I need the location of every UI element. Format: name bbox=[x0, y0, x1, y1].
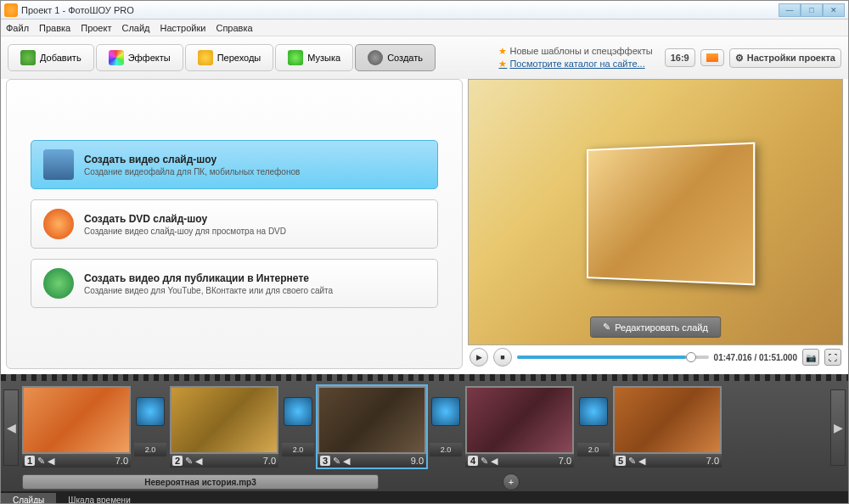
playback-time: 01:47.016 / 01:51.000 bbox=[714, 353, 797, 362]
info-templates: ★Новые шаблоны и спецэффекты bbox=[498, 46, 652, 57]
menu-file[interactable]: Файл bbox=[6, 23, 29, 33]
option-desc: Создание видео для YouTube, ВКонтакте ил… bbox=[84, 286, 333, 295]
edit-icon[interactable]: ✎ bbox=[481, 456, 488, 467]
timeline-slide[interactable]: 1✎◀7.0 bbox=[22, 386, 131, 468]
project-settings-label: Настройки проекта bbox=[747, 53, 835, 63]
add-audio-button[interactable]: + bbox=[503, 473, 520, 490]
slide-thumb bbox=[465, 386, 574, 454]
globe-icon bbox=[43, 268, 74, 299]
dvd-icon bbox=[43, 209, 74, 239]
option-video-slideshow[interactable]: Создать видео слайд-шоу Создание видеофа… bbox=[31, 140, 438, 189]
right-tools: ★Новые шаблоны и спецэффекты ★Посмотрите… bbox=[498, 46, 841, 70]
timeline-next-button[interactable]: ▶ bbox=[830, 389, 846, 466]
slide-number: 2 bbox=[172, 456, 183, 466]
star-icon bbox=[198, 50, 213, 65]
close-button[interactable]: ✕ bbox=[823, 3, 845, 17]
transition[interactable]: 2.0 bbox=[577, 397, 610, 456]
palette-icon bbox=[109, 50, 124, 65]
tab-music[interactable]: Музыка bbox=[275, 44, 353, 71]
star-icon: ★ bbox=[498, 59, 507, 69]
transition-duration: 2.0 bbox=[430, 443, 462, 456]
tab-add-label: Добавить bbox=[40, 53, 82, 63]
nav-icon[interactable]: ◀ bbox=[491, 456, 498, 467]
toolbar: Добавить Эффекты Переходы Музыка Создать… bbox=[1, 36, 848, 79]
seek-slider[interactable] bbox=[517, 356, 709, 359]
reel-icon bbox=[368, 50, 383, 65]
transition-thumb bbox=[136, 397, 165, 426]
theme-button[interactable] bbox=[700, 49, 724, 66]
film-strip-top bbox=[1, 374, 848, 381]
monitor-icon bbox=[43, 149, 74, 180]
timeline-slide[interactable]: 4✎◀7.0 bbox=[465, 386, 574, 468]
nav-icon[interactable]: ◀ bbox=[343, 456, 350, 467]
option-title: Создать видео слайд-шоу bbox=[84, 154, 300, 165]
menu-edit[interactable]: Правка bbox=[39, 23, 70, 33]
option-title: Создать видео для публикации в Интернете bbox=[84, 272, 333, 284]
main-tabs: Добавить Эффекты Переходы Музыка Создать bbox=[8, 44, 436, 71]
slide-thumb bbox=[613, 386, 722, 454]
view-slides-tab[interactable]: Слайды bbox=[1, 493, 56, 505]
timeline-slide[interactable]: 5✎◀7.0 bbox=[613, 386, 722, 468]
slide-duration: 7.0 bbox=[706, 456, 719, 466]
tab-effects[interactable]: Эффекты bbox=[96, 44, 183, 71]
edit-icon[interactable]: ✎ bbox=[333, 456, 340, 467]
option-desc: Создание видео слайд-шоу для просмотра н… bbox=[84, 227, 286, 236]
info-line2: Посмотрите каталог на сайте... bbox=[509, 59, 644, 69]
titlebar: Проект 1 - ФотоШОУ PRO — □ ✕ bbox=[1, 1, 848, 20]
tab-transitions-label: Переходы bbox=[217, 53, 261, 63]
preview-viewport[interactable]: ✎Редактировать слайд bbox=[468, 79, 843, 345]
minimize-button[interactable]: — bbox=[779, 3, 801, 17]
option-internet-video[interactable]: Создать видео для публикации в Интернете… bbox=[31, 259, 438, 308]
timeline-slide[interactable]: 3✎◀9.0 bbox=[318, 386, 426, 468]
transition[interactable]: 2.0 bbox=[282, 397, 314, 456]
menu-project[interactable]: Проект bbox=[81, 23, 111, 33]
view-timeline-tab[interactable]: Шкала времени bbox=[56, 493, 142, 505]
transition-duration: 2.0 bbox=[282, 443, 314, 456]
tab-create[interactable]: Создать bbox=[355, 44, 436, 71]
info-links: ★Новые шаблоны и спецэффекты ★Посмотрите… bbox=[498, 46, 652, 70]
nav-icon[interactable]: ◀ bbox=[638, 456, 645, 467]
slide-duration: 7.0 bbox=[559, 456, 571, 466]
menu-settings[interactable]: Настройки bbox=[160, 23, 206, 33]
maximize-button[interactable]: □ bbox=[801, 3, 823, 17]
edit-slide-button[interactable]: ✎Редактировать слайд bbox=[590, 316, 721, 338]
project-settings-button[interactable]: ⚙Настройки проекта bbox=[729, 48, 841, 68]
slide-number: 4 bbox=[468, 456, 478, 466]
transition-thumb bbox=[579, 397, 608, 426]
audio-clip[interactable]: Невероятная история.mp3 bbox=[22, 474, 379, 490]
stop-button[interactable]: ■ bbox=[493, 348, 512, 367]
tab-effects-label: Эффекты bbox=[128, 53, 171, 63]
edit-icon[interactable]: ✎ bbox=[185, 456, 193, 467]
transition[interactable]: 2.0 bbox=[430, 397, 462, 456]
tab-add[interactable]: Добавить bbox=[8, 44, 94, 71]
transition-thumb bbox=[431, 397, 460, 426]
transition[interactable]: 2.0 bbox=[134, 397, 166, 456]
edit-icon[interactable]: ✎ bbox=[628, 456, 636, 467]
play-button[interactable]: ▶ bbox=[469, 348, 488, 367]
timeline-prev-button[interactable]: ◀ bbox=[3, 389, 19, 466]
pencil-icon: ✎ bbox=[603, 322, 610, 333]
nav-icon[interactable]: ◀ bbox=[195, 456, 202, 467]
aspect-ratio-button[interactable]: 16:9 bbox=[665, 48, 695, 67]
info-catalog-link[interactable]: ★Посмотрите каталог на сайте... bbox=[498, 59, 652, 70]
star-icon: ★ bbox=[498, 46, 507, 56]
transition-duration: 2.0 bbox=[577, 443, 610, 456]
snapshot-button[interactable]: 📷 bbox=[802, 349, 819, 366]
timeline: ◀ 1✎◀7.0 2.0 2✎◀7.0 2.0 3✎◀9.0 2.0 4✎◀7.… bbox=[1, 374, 848, 504]
edit-icon[interactable]: ✎ bbox=[37, 456, 45, 467]
menu-help[interactable]: Справка bbox=[216, 23, 252, 33]
option-dvd-slideshow[interactable]: Создать DVD слайд-шоу Создание видео сла… bbox=[31, 199, 438, 249]
fullscreen-button[interactable]: ⛶ bbox=[824, 349, 841, 366]
menu-slide[interactable]: Слайд bbox=[121, 23, 149, 33]
info-line1: Новые шаблоны и спецэффекты bbox=[509, 46, 652, 56]
preview-panel: ✎Редактировать слайд ▶ ■ 01:47.016 / 01:… bbox=[468, 79, 843, 369]
slide-number: 1 bbox=[25, 456, 35, 466]
slide-thumb bbox=[318, 386, 426, 454]
slide-thumb bbox=[22, 386, 131, 454]
create-options-panel: Создать видео слайд-шоу Создание видеофа… bbox=[6, 79, 463, 369]
menubar: Файл Правка Проект Слайд Настройки Справ… bbox=[1, 20, 848, 36]
timeline-slide[interactable]: 2✎◀7.0 bbox=[170, 386, 278, 468]
nav-icon[interactable]: ◀ bbox=[48, 456, 54, 467]
slide-thumb bbox=[170, 386, 278, 454]
tab-transitions[interactable]: Переходы bbox=[185, 44, 274, 71]
